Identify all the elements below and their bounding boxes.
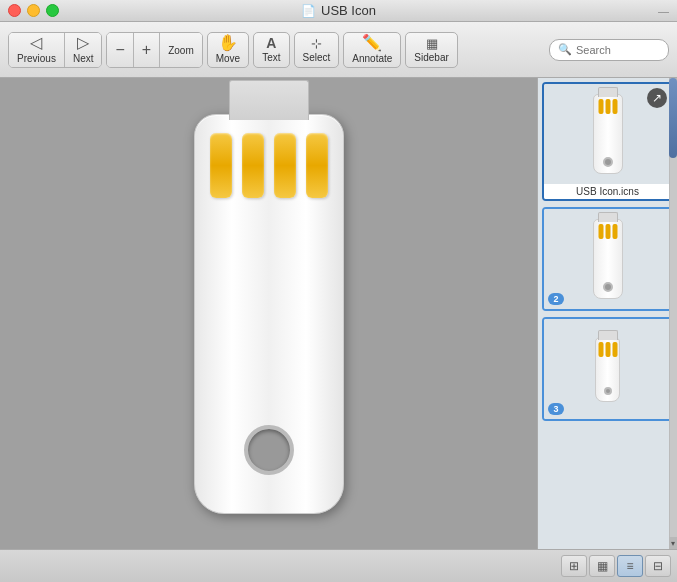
zoom-group: − + Zoom [106,32,202,68]
prev-icon: ◁ [30,35,42,51]
view-single-button[interactable]: ⊟ [645,555,671,577]
mini-connector-3 [598,330,618,340]
usb-body [194,114,344,514]
zoom-label-area: Zoom [160,32,202,68]
sidebar-button[interactable]: ▦ Sidebar [405,32,457,68]
usb-prong-1 [210,133,232,198]
close-button[interactable] [8,4,21,17]
canvas-area [0,78,537,549]
view-grid-button[interactable]: ▦ [589,555,615,577]
minimize-button[interactable] [27,4,40,17]
sidebar-icon: ▦ [426,37,438,50]
next-button[interactable]: ▷ Next [65,32,102,68]
window-controls [8,4,59,17]
view-list-button[interactable]: ≡ [617,555,643,577]
mini-prong-2c [612,224,617,239]
mini-prongs-3 [598,342,617,357]
mini-prong-3c [612,342,617,357]
toolbar: ◁ Previous ▷ Next − + Zoom ✋ Move A Text… [0,22,677,78]
window-title: USB Icon [321,3,376,18]
usb-hole [244,425,294,475]
bottom-bar: ⊞ ▦ ≡ ⊟ [0,549,677,581]
select-icon: ⊹ [311,37,322,50]
view-toggle-group: ⊞ ▦ ≡ ⊟ [561,555,671,577]
mini-prongs-1 [598,99,617,114]
badge-3: 3 [548,403,564,415]
zoom-in-button[interactable]: + [134,32,160,68]
usb-prongs [210,133,328,198]
search-box[interactable]: 🔍 [549,39,669,61]
usb-prong-3 [274,133,296,198]
sidebar-item-1[interactable]: ↗ USB Icon.icns [542,82,673,201]
mini-prong-2b [605,224,610,239]
search-icon: 🔍 [558,43,572,56]
mini-prong-1b [605,99,610,114]
action-badge-1[interactable]: ↗ [647,88,667,108]
next-icon: ▷ [77,35,89,51]
scroll-thumb[interactable] [669,78,677,158]
mini-connector-1 [598,87,618,97]
title-bar: 📄 USB Icon — [0,0,677,22]
previous-button[interactable]: ◁ Previous [9,32,65,68]
sidebar-panel: ↗ USB Icon.icns [537,78,677,549]
zoom-in-icon: + [142,42,151,58]
mini-connector-2 [598,212,618,222]
zoom-out-button[interactable]: − [107,32,133,68]
select-button[interactable]: ⊹ Select [294,32,340,68]
mini-hole-1 [603,157,613,167]
usb-prong-2 [242,133,264,198]
mini-prong-1a [598,99,603,114]
sidebar-item-2[interactable]: 2 [542,207,673,311]
sidebar-item-3[interactable]: 3 [542,317,673,421]
mini-prong-3b [605,342,610,357]
view-filmstrip-button[interactable]: ⊞ [561,555,587,577]
main-area: ↗ USB Icon.icns [0,78,677,549]
mini-prong-1c [612,99,617,114]
move-button[interactable]: ✋ Move [207,32,249,68]
sidebar-scrollbar: ▴ ▾ [669,78,677,549]
nav-group: ◁ Previous ▷ Next [8,32,102,68]
mini-prongs-2 [598,224,617,239]
mini-usb-2 [593,219,623,299]
mini-prong-2a [598,224,603,239]
resize-handle[interactable]: — [658,5,669,17]
text-button[interactable]: A Text [253,32,289,68]
text-icon: A [266,36,276,50]
mini-hole-2 [603,282,613,292]
annotate-button[interactable]: ✏️ Annotate [343,32,401,68]
sidebar-item-1-preview: ↗ [544,84,671,184]
maximize-button[interactable] [46,4,59,17]
usb-prong-4 [306,133,328,198]
document-icon: 📄 [301,4,316,18]
badge-2: 2 [548,293,564,305]
sidebar-scroll-area: ↗ USB Icon.icns [538,78,677,549]
mini-prong-3a [598,342,603,357]
sidebar-item-1-label: USB Icon.icns [544,184,671,199]
usb-connector [229,80,309,120]
annotate-icon: ✏️ [362,35,382,51]
scroll-down-button[interactable]: ▾ [669,537,677,549]
search-input[interactable] [576,44,660,56]
mini-usb-3 [595,337,620,402]
mini-hole-3 [604,387,612,395]
sidebar-item-2-preview: 2 [544,209,671,309]
sidebar-item-3-preview: 3 [544,319,671,419]
mini-usb-1 [593,94,623,174]
usb-icon-display [194,114,344,514]
zoom-out-icon: − [115,42,124,58]
move-icon: ✋ [218,35,238,51]
